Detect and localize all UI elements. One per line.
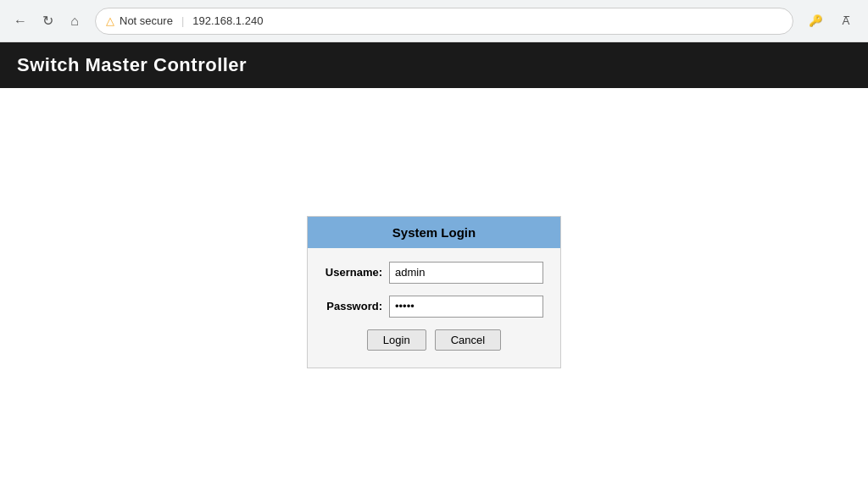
form-buttons: Login Cancel (325, 329, 543, 351)
browser-chrome: ← ↻ ⌂ △ Not secure | 192.168.1.240 🔑 A​̅ (0, 0, 868, 42)
address-bar[interactable]: △ Not secure | 192.168.1.240 (95, 8, 793, 35)
cancel-button[interactable]: Cancel (435, 329, 501, 351)
key-icon-button[interactable]: 🔑 (804, 9, 827, 33)
login-form-body: Username: Password: Login Cancel (308, 248, 560, 368)
security-warning-text: Not secure (120, 14, 173, 27)
password-row: Password: (325, 296, 543, 318)
security-warning-icon: △ (106, 14, 114, 27)
username-input[interactable] (389, 262, 543, 284)
page-title: Switch Master Controller (17, 54, 247, 75)
password-input[interactable] (389, 296, 543, 318)
main-content: System Login Username: Password: Login C… (0, 88, 868, 492)
reload-button[interactable]: ↻ (37, 11, 58, 31)
url-display: 192.168.1.240 (192, 14, 263, 27)
login-box: System Login Username: Password: Login C… (307, 216, 561, 368)
nav-buttons: ← ↻ ⌂ (10, 11, 85, 31)
page-header: Switch Master Controller (0, 42, 868, 88)
home-button[interactable]: ⌂ (64, 11, 85, 31)
username-row: Username: (325, 262, 543, 284)
browser-actions: 🔑 A​̅ (804, 9, 858, 33)
reader-mode-button[interactable]: A​̅ (834, 9, 858, 33)
back-button[interactable]: ← (10, 11, 31, 31)
username-label: Username: (325, 266, 389, 279)
password-label: Password: (325, 300, 389, 312)
url-separator: | (181, 14, 184, 27)
login-form-title: System Login (308, 217, 560, 248)
login-button[interactable]: Login (367, 329, 426, 351)
